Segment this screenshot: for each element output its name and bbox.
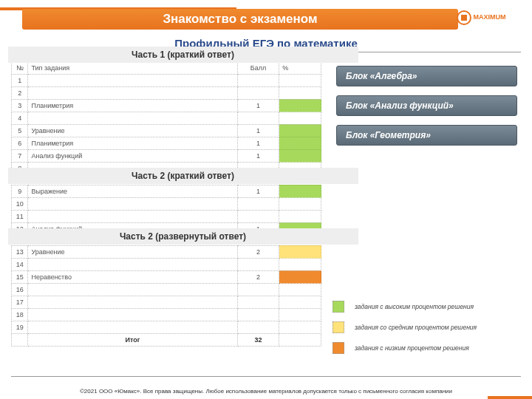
footer-copyright: ©2021 ООО «Юмакс». Все права защищены. Л… [0, 388, 532, 395]
legend-row: задания со средним процентом решения [332, 321, 517, 333]
table-row: 3Планиметрия1 [12, 99, 321, 112]
legend: задания с высоким процентом решениязадан… [332, 301, 517, 363]
legend-label: задания со средним процентом решения [355, 324, 477, 331]
slide: Знакомство с экзаменом MAXIMUM Профильны… [0, 0, 532, 399]
legend-swatch [332, 321, 344, 333]
table-row: 7Анализ функций1 [12, 149, 321, 162]
table-row: 19 [12, 321, 321, 333]
table-row: 1 [12, 74, 321, 86]
logo: MAXIMUM [457, 10, 516, 28]
logo-text: MAXIMUM [474, 13, 506, 21]
legend-swatch [332, 301, 344, 313]
accent-corner [488, 396, 532, 399]
table-row: 10 [12, 197, 321, 210]
table-row: 13Уравнение2 [12, 245, 321, 258]
table-row: 14 [12, 258, 321, 270]
block-button[interactable]: Блок «Анализ функций» [336, 95, 517, 116]
legend-label: задания с высоким процентом решения [355, 303, 474, 310]
table-row: 18 [12, 308, 321, 321]
section-header: Часть 2 (краткий ответ) [8, 168, 358, 184]
col-pct: % [279, 61, 321, 74]
legend-row: задания с высоким процентом решения [332, 301, 517, 313]
page-title: Знакомство с экзаменом [22, 9, 458, 30]
table-row: 6Планиметрия1 [12, 137, 321, 149]
table-row: 5Уравнение1 [12, 124, 321, 137]
block-button[interactable]: Блок «Геометрия» [336, 125, 517, 146]
legend-row: задания с низким процентом решения [332, 342, 517, 354]
col-type: Тип задания [28, 61, 237, 74]
col-num: № [12, 61, 28, 74]
legend-swatch [332, 342, 344, 354]
col-score: Балл [237, 61, 279, 74]
section-header: Часть 2 (развернутый ответ) [8, 228, 358, 245]
blocks-panel: Блок «Алгебра»Блок «Анализ функций»Блок … [336, 66, 517, 154]
table-row: 9Выражение1 [12, 185, 321, 197]
table-row: 2 [12, 86, 321, 99]
legend-label: задания с низким процентом решения [355, 344, 469, 352]
table-row: 4 [12, 112, 321, 124]
table-row: 17 [12, 296, 321, 308]
table-row: 16 [12, 283, 321, 296]
total-row: Итог32 [12, 333, 321, 346]
block-button[interactable]: Блок «Алгебра» [336, 66, 517, 86]
logo-icon [457, 10, 471, 25]
task-table: Часть 1 (краткий ответ)№Тип заданияБалл%… [11, 54, 321, 347]
table-row: 15Неравенство2 [12, 270, 321, 283]
table-row: 11 [12, 210, 321, 222]
section-header: Часть 1 (краткий ответ) [8, 47, 358, 63]
content-area: Часть 1 (краткий ответ)№Тип заданияБалл%… [11, 52, 521, 377]
